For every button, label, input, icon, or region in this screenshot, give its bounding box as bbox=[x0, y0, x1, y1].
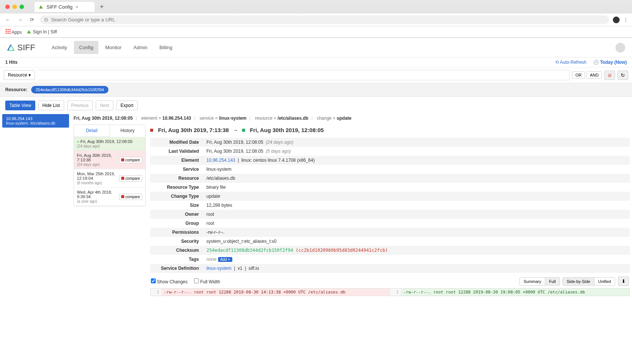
browser-tab-bar: SIFF Config × + bbox=[0, 0, 632, 14]
breadcrumb: Fri, Aug 30th 2019, 12:08:05| element = … bbox=[74, 114, 630, 125]
filter-bar: Resource: 254edacdf11308db344d2fcb150f2f… bbox=[0, 83, 632, 97]
search-provider-icon: G bbox=[44, 17, 48, 23]
history-pane: Detail History » Fri, Aug 30th 2019, 12:… bbox=[74, 125, 146, 206]
and-button[interactable]: AND bbox=[587, 71, 602, 79]
user-avatar-icon[interactable] bbox=[615, 43, 625, 53]
download-diff-icon[interactable]: ⬇ bbox=[618, 277, 629, 286]
clock-icon: 🕘 bbox=[593, 60, 599, 65]
element-link[interactable]: 10.96.254.143 bbox=[206, 158, 235, 163]
nav-config[interactable]: Config bbox=[74, 41, 99, 54]
compare-from-icon bbox=[121, 195, 124, 198]
operator-group: OR AND bbox=[572, 71, 602, 79]
nav-monitor[interactable]: Monitor bbox=[100, 41, 126, 54]
table-view-button[interactable]: Table View bbox=[5, 101, 35, 110]
layout-sidebyside-button[interactable]: Side-by-Side bbox=[563, 277, 594, 286]
view-full-button[interactable]: Full bbox=[545, 277, 560, 286]
next-button[interactable]: Next bbox=[96, 101, 113, 110]
result-card[interactable]: 10.96.254.143 linux-system: /etc/aliases… bbox=[2, 114, 69, 128]
profile-avatar-icon[interactable] bbox=[613, 17, 620, 23]
previous-button[interactable]: Previous bbox=[67, 101, 93, 110]
compare-to-icon bbox=[242, 129, 245, 132]
clear-query-icon[interactable]: ⊘ bbox=[604, 71, 615, 80]
compare-heading: Fri, Aug 30th 2019, 7:13:38 → Fri, Aug 3… bbox=[150, 125, 630, 138]
compare-button[interactable]: compare bbox=[119, 157, 142, 163]
close-window-icon[interactable] bbox=[5, 5, 10, 9]
show-changes-checkbox[interactable]: Show Changes bbox=[151, 279, 188, 284]
history-item[interactable]: » Fri, Aug 30th 2019, 12:08:05(24 days a… bbox=[74, 137, 145, 151]
apps-bookmark[interactable]: Apps bbox=[5, 29, 22, 35]
brand-logo[interactable]: SIFF bbox=[7, 43, 35, 53]
bc-timestamp: Fri, Aug 30th 2019, 12:08:05 bbox=[74, 116, 133, 121]
close-tab-icon[interactable]: × bbox=[75, 4, 78, 10]
chevron-down-icon: ▾ bbox=[29, 72, 31, 78]
omnibox[interactable]: G Search Google or type a URL bbox=[40, 15, 609, 24]
result-list: 10.96.254.143 linux-system: /etc/aliases… bbox=[0, 114, 71, 128]
browser-menu-icon[interactable]: ⋮ bbox=[623, 17, 628, 23]
back-icon[interactable]: ← bbox=[4, 17, 12, 23]
compare-from-icon bbox=[150, 129, 153, 132]
diff-controls: Show Changes Full Width Summary Full Sid… bbox=[150, 273, 630, 288]
compare-from-icon bbox=[121, 158, 124, 161]
diff-row: 1 -rw-r--r--. root root 12288 2019-08-30… bbox=[150, 289, 630, 296]
compare-to-ts: Fri, Aug 30th 2019, 12:08:05 bbox=[250, 127, 324, 133]
bookmark-favicon-icon bbox=[27, 30, 31, 33]
auto-refresh-link[interactable]: ⟲ Auto-Refresh bbox=[555, 60, 586, 65]
hide-list-button[interactable]: Hide List bbox=[38, 101, 64, 110]
refresh-icon: ⟲ bbox=[555, 60, 559, 65]
diff-line-no: 1 bbox=[390, 289, 401, 296]
compare-from-icon bbox=[121, 177, 124, 180]
status-bar: 1 Hits ⟲ Auto-Refresh 🕘 Today (Now) bbox=[0, 57, 632, 68]
service-def-link[interactable]: linux-system bbox=[206, 266, 232, 271]
nav-activity[interactable]: Activity bbox=[47, 41, 72, 54]
run-query-icon[interactable]: ↻ bbox=[617, 71, 628, 80]
nav-admin[interactable]: Admin bbox=[128, 41, 153, 54]
history-item[interactable]: Fri, Aug 30th 2019, 7:13:38(24 days ago)… bbox=[74, 151, 145, 169]
diff-table: 1 -rw-r--r--. root root 12288 2019-08-30… bbox=[150, 288, 630, 296]
resource-dropdown-button[interactable]: Resource ▾ bbox=[4, 70, 35, 80]
app-header: SIFF Activity Config Monitor Admin Billi… bbox=[0, 38, 632, 57]
apps-grid-icon bbox=[5, 29, 11, 34]
filter-pill[interactable]: 254edacdf11308db344d2fcb150f2f94 bbox=[31, 86, 108, 93]
favicon-icon bbox=[39, 5, 43, 9]
time-range-link[interactable]: 🕘 Today (Now) bbox=[593, 60, 627, 65]
add-tag-button[interactable]: Add + bbox=[218, 257, 232, 262]
or-button[interactable]: OR bbox=[572, 71, 585, 79]
compare-from-ts: Fri, Aug 30th 2019, 7:13:38 bbox=[158, 127, 229, 133]
history-marker-icon: » bbox=[77, 139, 79, 144]
address-bar: ← → ⟳ G Search Google or type a URL ⋮ bbox=[0, 14, 632, 26]
detail-tabs: Detail History bbox=[74, 125, 145, 137]
tab-detail[interactable]: Detail bbox=[74, 125, 110, 137]
compare-button[interactable]: compare bbox=[119, 194, 142, 200]
browser-tab[interactable]: SIFF Config × bbox=[35, 2, 95, 12]
tab-history[interactable]: History bbox=[110, 125, 146, 137]
window-controls[interactable] bbox=[3, 5, 24, 9]
maximize-window-icon[interactable] bbox=[20, 5, 24, 9]
reload-icon[interactable]: ⟳ bbox=[28, 17, 36, 23]
brand-name: SIFF bbox=[17, 43, 35, 53]
history-item[interactable]: Mon, Mar 25th 2019, 12:18:04(6 months ag… bbox=[74, 169, 145, 188]
view-summary-button[interactable]: Summary bbox=[519, 277, 545, 286]
layout-unified-button[interactable]: Unified bbox=[594, 277, 615, 286]
checksum-old: (cc2b1d1020960b95d83d0244941c2fcb) bbox=[296, 248, 388, 253]
diff-view-group: Summary Full bbox=[520, 277, 560, 286]
detail-pane: Fri, Aug 30th 2019, 7:13:38 → Fri, Aug 3… bbox=[150, 125, 630, 296]
new-tab-button[interactable]: + bbox=[98, 3, 106, 11]
main-nav: Activity Config Monitor Admin Billing bbox=[47, 41, 178, 54]
diff-line-no: 1 bbox=[150, 289, 162, 296]
query-input[interactable] bbox=[37, 70, 570, 80]
full-width-checkbox[interactable]: Full Width bbox=[194, 279, 220, 284]
omnibox-placeholder: Search Google or type a URL bbox=[51, 17, 115, 23]
result-resource: linux-system: /etc/aliases.db bbox=[6, 121, 65, 125]
nav-billing[interactable]: Billing bbox=[154, 41, 178, 54]
result-ip: 10.96.254.143 bbox=[6, 116, 65, 121]
compare-button[interactable]: compare bbox=[119, 175, 142, 182]
forward-icon[interactable]: → bbox=[16, 17, 24, 23]
signin-bookmark[interactable]: Sign In | Siff bbox=[27, 29, 57, 35]
history-item[interactable]: Wed, Apr 4th 2018, 9:39:34(a year ago) c… bbox=[74, 188, 145, 206]
minimize-window-icon[interactable] bbox=[12, 5, 17, 9]
detail-table: Modified DateFri, Aug 30th 2019, 12:08:0… bbox=[150, 138, 630, 273]
bookmark-bar: Apps Sign In | Siff bbox=[0, 26, 632, 38]
export-button[interactable]: Export bbox=[116, 101, 138, 110]
hits-count: 1 Hits bbox=[5, 60, 18, 65]
main-panel: Fri, Aug 30th 2019, 12:08:05| element = … bbox=[71, 114, 632, 304]
